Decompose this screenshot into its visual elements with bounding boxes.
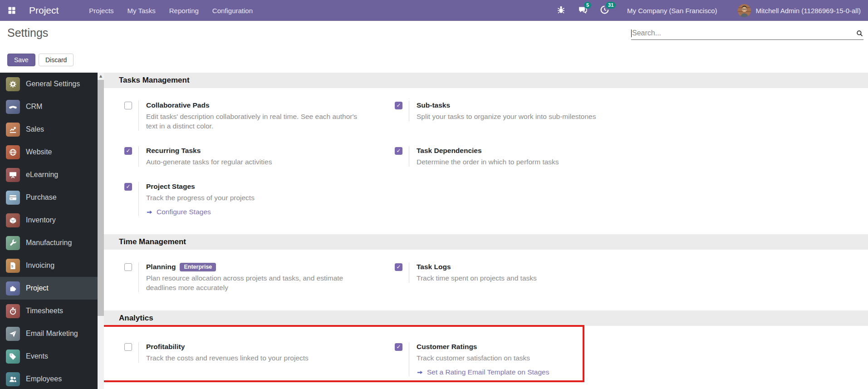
save-button[interactable]: Save (7, 54, 35, 66)
setting-description: Auto-generate tasks for regular activiti… (146, 157, 272, 167)
setting-title: Profitability (146, 342, 185, 351)
setting-title: Task Dependencies (417, 146, 482, 155)
arrow-right-icon (146, 209, 153, 216)
section-analytics: Analytics Profitability Track the costs … (104, 310, 868, 384)
setting-link-label: Configure Stages (157, 208, 211, 216)
settings-content: Tasks Management Collaborative Pads Edit… (104, 73, 868, 389)
messages-icon-button[interactable]: 5 (578, 5, 589, 16)
setting-checkbox[interactable] (124, 343, 132, 351)
setting-checkbox[interactable] (395, 147, 402, 155)
sidebar-item-invoicing[interactable]: $ Invoicing (0, 254, 98, 277)
sidebar-item-email-marketing[interactable]: Email Marketing (0, 322, 98, 345)
enterprise-badge: Enterprise (180, 263, 216, 271)
section-tasks-management: Tasks Management Collaborative Pads Edit… (104, 73, 868, 234)
setting-checkbox[interactable] (124, 183, 132, 191)
scrollbar-thumb[interactable] (98, 80, 104, 316)
setting-title: Recurring Tasks (146, 146, 201, 155)
apps-grid-icon[interactable] (7, 6, 16, 15)
activities-clock-icon-button[interactable]: 31 (600, 5, 611, 16)
setting-title: Task Logs (417, 262, 451, 271)
sidebar-item-sales[interactable]: Sales (0, 118, 98, 141)
sidebar-item-purchase[interactable]: Purchase (0, 186, 98, 209)
sidebar-item-label: Timesheets (26, 307, 63, 315)
setting-description: Split your tasks to organize your work i… (417, 112, 596, 121)
setting-checkbox[interactable] (395, 343, 402, 351)
search-icon[interactable] (856, 30, 863, 37)
company-switcher[interactable]: My Company (San Francisco) (627, 7, 717, 15)
sidebar-item-label: Project (26, 284, 49, 292)
sidebar-item-project[interactable]: Project (0, 277, 98, 300)
settings-sidebar: General Settings CRM Sales Website eLear… (0, 73, 98, 389)
bug-icon-button[interactable] (556, 5, 567, 16)
gear-icon (6, 77, 20, 91)
sidebar-item-general-settings[interactable]: General Settings (0, 73, 98, 95)
app-brand: Project (29, 5, 59, 16)
setting-checkbox[interactable] (124, 102, 132, 109)
sidebar-item-label: Invoicing (26, 261, 54, 270)
sidebar-item-label: Website (26, 148, 52, 156)
sidebar-item-elearning[interactable]: eLearning (0, 163, 98, 186)
content-scrollbar: ▲ (98, 73, 104, 389)
setting-title: Sub-tasks (417, 101, 450, 110)
top-menu-configuration[interactable]: Configuration (206, 1, 260, 20)
setting-link[interactable]: Set a Rating Email Template on Stages (417, 368, 549, 376)
setting-description: Track time spent on projects and tasks (417, 273, 537, 283)
setting-description: Track the progress of your projects (146, 193, 255, 202)
search-input[interactable] (632, 29, 856, 37)
setting-description: Plan resource allocation across projets … (146, 273, 368, 292)
section-title: Time Management (104, 234, 868, 250)
sidebar-item-label: Email Marketing (26, 330, 78, 338)
sidebar-item-label: Sales (26, 125, 44, 133)
search-box (631, 29, 863, 40)
globe-icon (6, 145, 20, 159)
sidebar-item-website[interactable]: Website (0, 141, 98, 163)
section-time-management: Time Management Planning Enterprise Plan… (104, 234, 868, 310)
sidebar-item-inventory[interactable]: Inventory (0, 209, 98, 231)
user-name: Mitchell Admin (11286969-15-0-all) (755, 7, 861, 15)
scrollbar-up-arrow[interactable]: ▲ (98, 73, 104, 79)
topbar-right: 531 My Company (San Francisco) Mitchell … (545, 4, 861, 17)
setting-title: Collaborative Pads (146, 101, 210, 110)
svg-text:$: $ (11, 264, 14, 268)
sidebar-item-crm[interactable]: CRM (0, 95, 98, 118)
setting-description: Track customer satisfaction on tasks (417, 353, 549, 363)
presentation-icon (6, 168, 20, 182)
puzzle-icon (6, 281, 20, 295)
top-menu-my-tasks[interactable]: My Tasks (121, 1, 162, 20)
setting-checkbox[interactable] (124, 147, 132, 155)
setting-link-label: Set a Rating Email Template on Stages (427, 368, 549, 376)
setting-checkbox[interactable] (395, 102, 402, 109)
discard-button[interactable]: Discard (39, 54, 74, 66)
top-menu: ProjectsMy TasksReportingConfiguration (82, 1, 260, 20)
arrow-right-icon (417, 369, 423, 376)
sidebar-item-label: Purchase (26, 193, 57, 202)
settings-row: Recurring Tasks Auto-generate tasks for … (124, 146, 868, 167)
setting-checkbox[interactable] (395, 263, 402, 271)
top-menu-reporting[interactable]: Reporting (162, 1, 206, 20)
setting-description: Edit tasks' description collaboratively … (146, 112, 368, 131)
user-menu[interactable]: Mitchell Admin (11286969-15-0-all) (738, 4, 861, 17)
sidebar-item-label: Events (26, 352, 48, 360)
topbar-icon-group: 531 (545, 5, 611, 16)
sidebar-item-manufacturing[interactable]: Manufacturing (0, 231, 98, 254)
setting-description: Determine the order in which to perform … (417, 157, 559, 167)
sidebar-item-timesheets[interactable]: Timesheets (0, 300, 98, 322)
top-navbar: Project ProjectsMy TasksReportingConfigu… (0, 0, 868, 21)
setting-title: Planning (146, 262, 176, 271)
setting-link[interactable]: Configure Stages (146, 208, 255, 216)
settings-row: Planning Enterprise Plan resource alloca… (124, 262, 868, 292)
sidebar-item-label: eLearning (26, 171, 58, 179)
section-rows: Planning Enterprise Plan resource alloca… (104, 250, 868, 310)
sidebar-item-events[interactable]: Events (0, 345, 98, 368)
settings-row: Collaborative Pads Edit tasks' descripti… (124, 101, 868, 131)
section-title: Analytics (104, 310, 868, 326)
setting-checkbox[interactable] (124, 263, 132, 271)
notification-badge: 31 (606, 2, 616, 9)
sidebar-item-employees[interactable]: Employees (0, 368, 98, 389)
top-menu-projects[interactable]: Projects (82, 1, 120, 20)
setting-recurring-tasks: Recurring Tasks Auto-generate tasks for … (124, 146, 395, 167)
sidebar-item-label: General Settings (26, 80, 80, 88)
stopwatch-icon (6, 304, 20, 318)
setting-project-stages: Project Stages Track the progress of you… (124, 182, 395, 216)
setting-title: Customer Ratings (417, 342, 477, 351)
